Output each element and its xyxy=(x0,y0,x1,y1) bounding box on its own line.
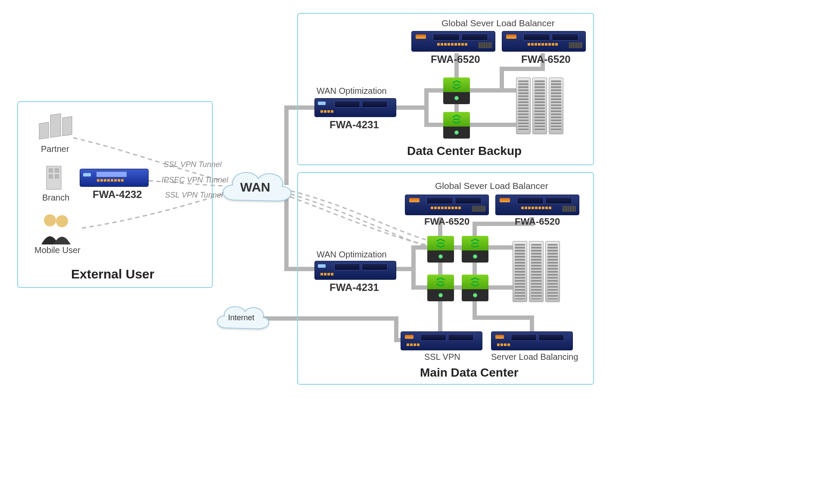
main-6520-a-label: FWA-6520 xyxy=(424,216,469,227)
backup-6520-b-label: FWA-6520 xyxy=(521,53,571,65)
zone-title-main: Main Data Center xyxy=(420,366,519,380)
zone-title-external: External User xyxy=(71,267,154,281)
svg-rect-4 xyxy=(49,169,53,172)
partner-icon xyxy=(37,112,75,142)
appliance-main-6520-a xyxy=(405,195,489,215)
svg-rect-6 xyxy=(49,175,53,178)
backup-server-rack xyxy=(516,77,563,133)
appliance-main-6520-b xyxy=(495,195,579,215)
appliance-backup-6520-a xyxy=(411,31,495,52)
mobile-user-label: Mobile User xyxy=(34,245,81,255)
main-switch-br xyxy=(462,275,488,301)
main-server-rack xyxy=(513,241,560,301)
svg-rect-2 xyxy=(62,116,72,136)
svg-point-8 xyxy=(44,214,56,226)
svg-rect-1 xyxy=(50,114,61,137)
svg-point-9 xyxy=(56,215,68,227)
vpn-label-ssl1: SSL VPN Tunnel xyxy=(164,160,221,169)
svg-rect-7 xyxy=(55,175,59,178)
appliance-backup-4231 xyxy=(314,98,396,117)
wan-label: WAN xyxy=(218,166,293,209)
svg-rect-0 xyxy=(39,122,49,139)
fwa4232-label: FWA-4232 xyxy=(93,189,142,201)
main-switch-tl xyxy=(427,236,454,263)
zone-title-backup: Data Center Backup xyxy=(407,144,522,158)
internet-label: Internet xyxy=(213,301,269,334)
main-wanopt-title: WAN Optimization xyxy=(317,250,387,260)
backup-gslb-title: Global Sever Load Balancer xyxy=(441,18,555,28)
main-switch-tr xyxy=(462,236,488,263)
appliance-slb xyxy=(491,331,573,350)
mobile-user-icon xyxy=(35,211,78,247)
slb-label: Server Load Balancing xyxy=(491,352,578,362)
branch-icon xyxy=(43,164,65,192)
main-4231-label: FWA-4231 xyxy=(330,281,379,294)
svg-rect-5 xyxy=(55,169,59,172)
branch-label: Branch xyxy=(42,193,69,203)
backup-4231-label: FWA-4231 xyxy=(330,119,379,131)
main-6520-b-label: FWA-6520 xyxy=(515,216,560,227)
vpn-label-ssl2: SSL VPN Tunnel xyxy=(165,191,223,200)
ssl-vpn-label: SSL VPN xyxy=(424,352,460,362)
internet-cloud: Internet xyxy=(213,301,269,334)
backup-switch-2 xyxy=(443,112,470,139)
main-gslb-title: Global Sever Load Balancer xyxy=(435,181,548,191)
appliance-fwa4232 xyxy=(80,169,149,187)
partner-label: Partner xyxy=(41,144,69,154)
wan-cloud: WAN xyxy=(218,166,293,209)
svg-rect-3 xyxy=(47,166,61,189)
appliance-backup-6520-b xyxy=(502,31,586,52)
backup-switch-1 xyxy=(443,77,470,104)
backup-wanopt-title: WAN Optimization xyxy=(317,86,387,96)
backup-6520-a-label: FWA-6520 xyxy=(431,53,480,65)
appliance-ssl-vpn xyxy=(401,331,482,350)
main-switch-bl xyxy=(427,275,454,301)
appliance-main-4231 xyxy=(314,261,396,280)
